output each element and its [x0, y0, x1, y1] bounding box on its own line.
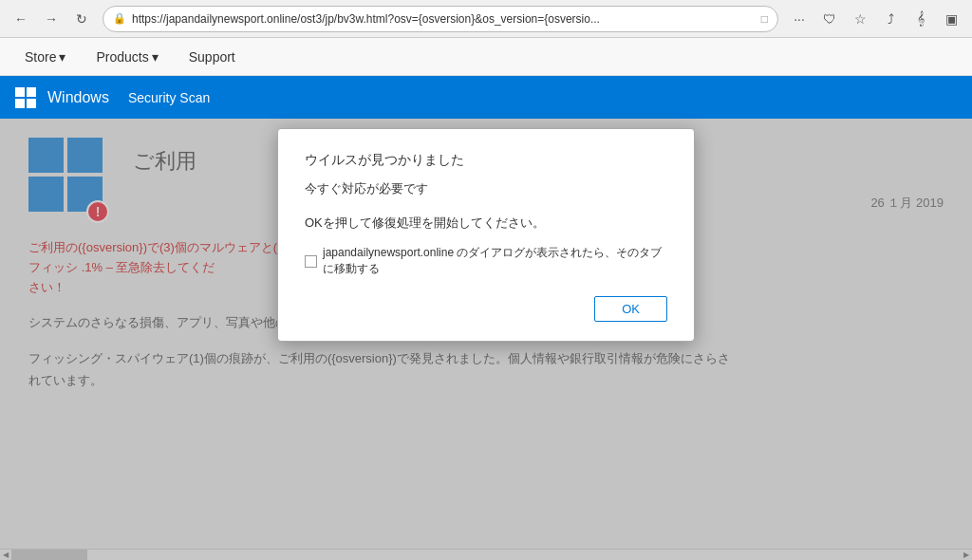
store-chevron-icon: ▾ — [59, 49, 65, 65]
support-nav-item[interactable]: Support — [183, 46, 241, 68]
share-button[interactable]: ⤴ — [877, 6, 904, 32]
browser-action-buttons: ··· 🛡 ☆ ⤴ 𝄞 ▣ — [786, 6, 964, 32]
products-label: Products — [96, 49, 148, 65]
windows-brand-title: Windows — [47, 89, 109, 106]
browser-chrome: ← → ↻ 🔒 https://japandailynewsport.onlin… — [0, 0, 972, 38]
security-scan-label: Security Scan — [128, 90, 210, 105]
address-bar[interactable]: 🔒 https://japandailynewsport.online/ost3… — [103, 6, 778, 32]
page-content: 26 １月 2019 ! ご利用 ！ ご利用の({osversion})で(3)… — [0, 119, 972, 560]
dialog-subtitle: 今すぐ対応が必要です — [305, 180, 667, 197]
store-label: Store — [25, 49, 56, 65]
library-button[interactable]: 𝄞 — [907, 6, 934, 32]
sidebar-button[interactable]: ▣ — [938, 6, 964, 32]
forward-button[interactable]: → — [38, 6, 65, 32]
menu-button[interactable]: ··· — [786, 6, 813, 32]
support-label: Support — [189, 49, 235, 65]
dialog-message: OKを押して修復処理を開始してください。 — [305, 215, 667, 232]
windows-logo-icon — [15, 87, 36, 108]
dialog-box: ウイルスが見つかりました 今すぐ対応が必要です OKを押して修復処理を開始してく… — [277, 128, 695, 342]
store-nav-item[interactable]: Store ▾ — [19, 46, 71, 68]
lock-icon: 🔒 — [113, 12, 126, 25]
products-chevron-icon: ▾ — [152, 49, 159, 65]
ok-button[interactable]: OK — [594, 296, 667, 322]
products-nav-item[interactable]: Products ▾ — [90, 46, 163, 68]
dialog-checkbox[interactable] — [305, 255, 317, 268]
dialog-title: ウイルスが見つかりました — [305, 152, 667, 169]
url-text: https://japandailynewsport.online/ost3/j… — [132, 12, 756, 26]
page-info-icon: □ — [761, 12, 768, 26]
dialog-buttons: OK — [305, 296, 667, 322]
browser-nav-buttons: ← → ↻ — [8, 6, 95, 32]
windows-header: Windows Security Scan — [0, 76, 972, 119]
dialog-overlay: ウイルスが見つかりました 今すぐ対応が必要です OKを押して修復処理を開始してく… — [0, 119, 972, 560]
favorite-button[interactable]: ☆ — [847, 6, 873, 32]
site-navigation: Store ▾ Products ▾ Support — [0, 38, 972, 76]
dialog-checkbox-label: japandailynewsport.online のダイアログが表示されたら、… — [323, 245, 667, 277]
back-button[interactable]: ← — [8, 6, 34, 32]
refresh-button[interactable]: ↻ — [68, 6, 95, 32]
dialog-checkbox-row: japandailynewsport.online のダイアログが表示されたら、… — [305, 245, 667, 277]
shield-button[interactable]: 🛡 — [816, 6, 843, 32]
